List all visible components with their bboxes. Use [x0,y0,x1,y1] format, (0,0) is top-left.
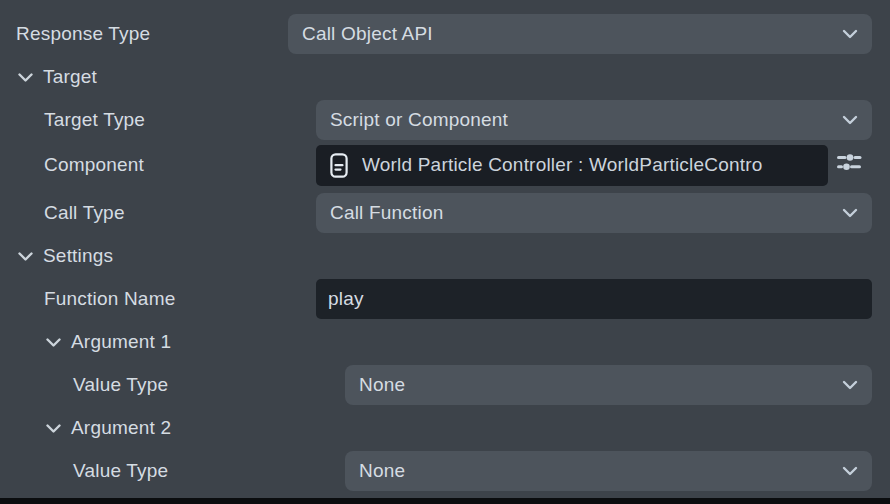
row-argument-1-foldout: Argument 1 [16,322,872,362]
target-foldout-label: Target [43,66,97,88]
target-type-label: Target Type [16,109,316,131]
argument-2-value-type-dropdown-value: None [359,460,834,482]
response-type-label: Response Type [16,23,288,45]
response-type-dropdown-value: Call Object API [302,23,834,45]
argument-2-value-type-label: Value Type [16,460,345,482]
settings-foldout[interactable]: Settings [16,245,290,267]
script-icon [330,153,348,178]
target-type-dropdown[interactable]: Script or Component [316,100,872,140]
chevron-down-icon[interactable] [46,338,61,347]
response-type-dropdown[interactable]: Call Object API [288,14,872,54]
function-name-label: Function Name [16,288,316,310]
argument-1-value-type-label: Value Type [16,374,345,396]
inspector-panel: Response Type Call Object API Target Tar… [0,0,890,504]
target-type-dropdown-value: Script or Component [330,109,834,131]
chevron-down-icon [842,380,858,390]
component-label: Component [16,154,316,176]
row-argument-2-foldout: Argument 2 [16,408,872,448]
chevron-down-icon [842,115,858,125]
row-argument-1-value-type: Value Type None [16,365,872,405]
argument-1-foldout-label: Argument 1 [71,331,171,353]
component-object-name: World Particle Controller : WorldParticl… [362,154,818,176]
chevron-down-icon [842,466,858,476]
argument-1-foldout[interactable]: Argument 1 [16,331,318,353]
chevron-down-icon[interactable] [46,424,61,433]
panel-bottom-edge [0,498,890,504]
component-object-field[interactable]: World Particle Controller : WorldParticl… [316,145,828,186]
call-type-dropdown[interactable]: Call Function [316,193,872,233]
argument-2-foldout-label: Argument 2 [71,417,171,439]
settings-foldout-label: Settings [43,245,113,267]
row-argument-2-value-type: Value Type None [16,451,872,491]
object-picker-button[interactable] [828,145,872,185]
call-type-label: Call Type [16,202,316,224]
chevron-down-icon [842,29,858,39]
argument-1-value-type-dropdown-value: None [359,374,834,396]
chevron-down-icon [842,208,858,218]
object-picker-icon [837,153,863,177]
row-response-type: Response Type Call Object API [16,14,872,54]
argument-2-foldout[interactable]: Argument 2 [16,417,318,439]
chevron-down-icon[interactable] [18,252,33,261]
row-target-foldout: Target [16,57,872,97]
chevron-down-icon[interactable] [18,73,33,82]
row-target-type: Target Type Script or Component [16,100,872,140]
function-name-input[interactable] [316,279,872,319]
row-function-name: Function Name [16,279,872,319]
target-foldout[interactable]: Target [16,66,290,88]
row-component: Component World Particle Controller : Wo… [16,145,872,185]
row-call-type: Call Type Call Function [16,193,872,233]
argument-1-value-type-dropdown[interactable]: None [345,365,872,405]
call-type-dropdown-value: Call Function [330,202,834,224]
argument-2-value-type-dropdown[interactable]: None [345,451,872,491]
row-settings-foldout: Settings [16,236,872,276]
